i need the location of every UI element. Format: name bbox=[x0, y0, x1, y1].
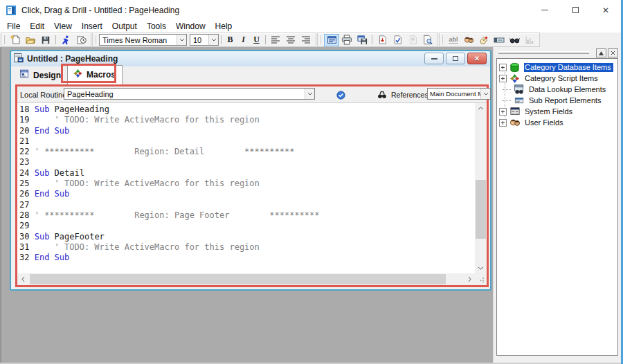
schedule-button[interactable] bbox=[73, 34, 89, 46]
align-left-button[interactable] bbox=[268, 34, 283, 46]
scroll-left-arrow-icon[interactable] bbox=[17, 273, 28, 285]
tab-macros[interactable]: Macros bbox=[67, 65, 123, 84]
menu-window[interactable]: Window bbox=[171, 21, 210, 32]
vertical-scroll-thumb[interactable] bbox=[476, 180, 486, 239]
horizontal-scrollbar[interactable] bbox=[17, 273, 475, 285]
menu-file[interactable]: File bbox=[2, 21, 25, 32]
band-gripper[interactable] bbox=[3, 35, 5, 44]
local-routines-label: Local Routines bbox=[20, 91, 71, 99]
dropdown-arrow-icon[interactable] bbox=[305, 89, 314, 99]
save-report-button[interactable] bbox=[354, 34, 370, 46]
preview-report-button[interactable] bbox=[324, 34, 339, 46]
horizontal-scroll-track[interactable] bbox=[28, 273, 464, 285]
sub-report-icon bbox=[514, 95, 526, 106]
menu-insert[interactable]: Insert bbox=[77, 21, 107, 32]
band-gripper[interactable] bbox=[95, 35, 96, 44]
panel-gripper[interactable] bbox=[498, 51, 589, 54]
menu-view[interactable]: View bbox=[49, 21, 77, 32]
main-toolbar: Times New Roman 10 B I U bbox=[0, 33, 623, 47]
expand-plus-icon[interactable] bbox=[499, 108, 507, 116]
bold-button[interactable]: B bbox=[224, 34, 237, 46]
code-line: 21 bbox=[19, 136, 475, 147]
routine-select[interactable]: PageHeading bbox=[64, 88, 315, 100]
tree-item-label: System Fields bbox=[524, 107, 575, 116]
scroll-right-arrow-icon[interactable] bbox=[464, 273, 475, 285]
panel-close-button[interactable] bbox=[608, 48, 618, 57]
code-editor[interactable]: 18 Sub PageHeading19 ' TODO: Write Activ… bbox=[17, 103, 475, 273]
menu-help[interactable]: Help bbox=[210, 21, 237, 32]
toolbar-band-report bbox=[317, 33, 438, 47]
user-field-button[interactable] bbox=[461, 34, 476, 46]
code-line: 25 ' TODO: Write ActiveMacro for this re… bbox=[19, 179, 475, 189]
print-report-button[interactable] bbox=[339, 34, 354, 46]
document-title-bar[interactable]: Untitled : PageHeading ✕ bbox=[11, 51, 490, 66]
expand-plus-icon[interactable] bbox=[499, 119, 507, 127]
vertical-scrollbar[interactable] bbox=[475, 103, 487, 273]
document-close-button[interactable]: ✕ bbox=[467, 53, 487, 64]
expand-plus-icon[interactable] bbox=[499, 64, 507, 71]
tree-item-category-script-items[interactable]: Category Script Items bbox=[498, 73, 617, 84]
dropdown-arrow-icon[interactable] bbox=[480, 89, 490, 99]
chart-element-button[interactable] bbox=[522, 34, 537, 46]
tab-design[interactable]: Design bbox=[15, 66, 67, 84]
text-field-icon: abl bbox=[449, 37, 458, 44]
panel-collapse-button[interactable] bbox=[596, 48, 606, 57]
document-tab-row: Design Macros bbox=[11, 66, 490, 84]
lookup-element-button[interactable] bbox=[507, 34, 522, 46]
close-icon: ✕ bbox=[602, 6, 609, 15]
band-gripper[interactable] bbox=[442, 35, 443, 44]
collapse-triangle-icon bbox=[599, 51, 604, 55]
code-line: 27 bbox=[19, 200, 475, 210]
dropdown-arrow-icon[interactable] bbox=[177, 35, 186, 45]
tree-item-data-lookup-elements[interactable]: Data Lookup Elements bbox=[498, 84, 617, 95]
code-line: 31 ' TODO: Write ActiveMacro for this re… bbox=[19, 242, 475, 253]
print-report-icon bbox=[341, 35, 352, 45]
menu-tools[interactable]: Tools bbox=[142, 21, 171, 32]
dropdown-arrow-icon[interactable] bbox=[208, 35, 218, 45]
expand-plus-icon[interactable] bbox=[499, 75, 507, 82]
update-report-button[interactable] bbox=[405, 34, 420, 46]
scroll-down-arrow-icon[interactable] bbox=[475, 263, 487, 273]
close-button[interactable]: ✕ bbox=[590, 0, 621, 20]
export-report-button[interactable] bbox=[374, 34, 390, 46]
align-center-button[interactable] bbox=[283, 34, 298, 46]
toolbar-separator bbox=[55, 35, 56, 44]
save-icon bbox=[41, 35, 51, 45]
italic-button[interactable]: I bbox=[237, 34, 250, 46]
run-output-button[interactable] bbox=[58, 34, 73, 46]
code-line: 19 ' TODO: Write ActiveMacro for this re… bbox=[19, 115, 475, 125]
document-restore-button[interactable] bbox=[446, 53, 465, 64]
tree-item-category-database-items[interactable]: Category Database Items bbox=[498, 62, 617, 73]
tree-item-user-fields[interactable]: User Fields bbox=[498, 117, 617, 128]
verify-report-button[interactable] bbox=[390, 34, 405, 46]
run-output-icon bbox=[61, 35, 71, 45]
open-file-button[interactable] bbox=[23, 34, 38, 46]
code-line: 29 bbox=[19, 221, 475, 231]
font-family-select[interactable]: Times New Roman bbox=[99, 34, 187, 46]
band-element-button[interactable] bbox=[491, 34, 507, 46]
horizontal-scroll-thumb[interactable] bbox=[30, 274, 446, 284]
document-minimize-button[interactable] bbox=[424, 53, 444, 64]
align-right-button[interactable] bbox=[298, 34, 314, 46]
references-select[interactable]: Main Document Macros bbox=[427, 88, 491, 100]
maximize-button[interactable] bbox=[560, 0, 590, 20]
save-button[interactable] bbox=[38, 34, 53, 46]
tree-item-label: Sub Report Elements bbox=[528, 96, 604, 105]
code-line: 24 Sub Detail bbox=[19, 168, 475, 179]
menu-output[interactable]: Output bbox=[107, 21, 142, 32]
font-size-select[interactable]: 10 bbox=[190, 34, 219, 46]
syntax-check-button[interactable] bbox=[334, 89, 347, 101]
band-gripper[interactable] bbox=[320, 35, 321, 44]
find-report-button[interactable] bbox=[420, 34, 435, 46]
text-field-button[interactable]: abl bbox=[446, 34, 461, 46]
new-document-button[interactable] bbox=[8, 34, 23, 46]
menu-edit[interactable]: Edit bbox=[25, 21, 49, 32]
macro-field-button[interactable] bbox=[476, 34, 491, 46]
minimize-button[interactable] bbox=[530, 0, 560, 20]
tree-item-sub-report-elements[interactable]: Sub Report Elements bbox=[498, 95, 617, 106]
tree-item-system-fields[interactable]: System Fields bbox=[498, 106, 617, 117]
underline-button[interactable]: U bbox=[250, 34, 263, 46]
scroll-up-arrow-icon[interactable] bbox=[475, 103, 487, 113]
routine-value: PageHeading bbox=[64, 90, 305, 98]
find-button[interactable] bbox=[376, 89, 388, 101]
